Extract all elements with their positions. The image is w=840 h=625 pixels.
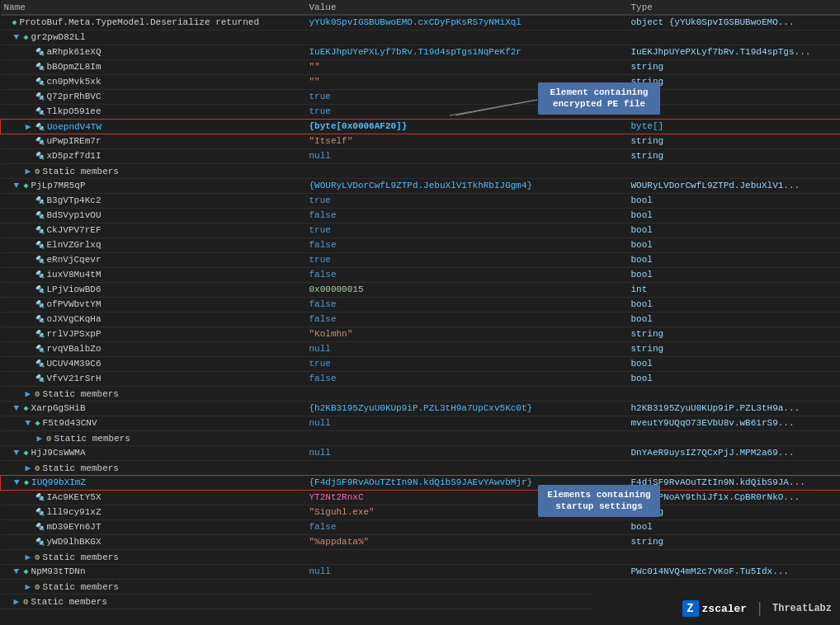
node-name: Q72prRhBVC xyxy=(47,92,101,101)
cell-name: 🔩mD39EYn6JT xyxy=(1,519,306,534)
node-type: bool xyxy=(631,299,653,309)
expand-icon[interactable]: ▶ xyxy=(14,596,24,607)
node-name: F5t9d43CNV xyxy=(43,418,97,428)
table-row[interactable]: 🔩ElnVZGrlxqfalsebool xyxy=(1,237,841,252)
expand-icon[interactable]: ▶ xyxy=(26,121,35,132)
cell-type: h2KB3195ZyuU0KUp9iP.PZL3tH9a... xyxy=(628,401,841,416)
table-row[interactable]: ▶⚙Static members xyxy=(1,430,841,445)
expand-icon[interactable]: ▶ xyxy=(26,581,35,592)
node-type: PWc014NVQ4mM2c7vKoF.Tu5Idx... xyxy=(631,566,789,576)
cell-name: ▶⚙Static members xyxy=(1,430,306,445)
expand-icon[interactable]: ▼ xyxy=(26,418,35,428)
node-icon: ◆ xyxy=(24,449,29,458)
node-value: true xyxy=(309,225,331,235)
node-type: mveutY9UQqO73EVbU8v.wB61rS9... xyxy=(631,418,795,428)
node-name: B3gVTp4Kc2 xyxy=(47,195,101,205)
table-row[interactable]: ▼◆IUQ99bXImZ{F4djSF9RvAOuTZtIn9N.kdQibS9… xyxy=(1,475,841,490)
table-row[interactable]: 🔩LPjViowBD60x00000015int xyxy=(1,282,841,297)
table-row[interactable]: 🔩oJXVgCKqHafalsebool xyxy=(1,312,841,327)
table-row[interactable]: 🔩uPwpIREm7r"Itself"string xyxy=(1,134,841,148)
expand-icon[interactable]: ▶ xyxy=(26,166,35,176)
expand-icon[interactable]: ▶ xyxy=(26,552,35,562)
table-row[interactable]: 🔩BdSVyp1vOUfalsebool xyxy=(1,208,841,223)
expand-icon[interactable]: ▼ xyxy=(14,566,24,576)
cell-name: ▼◆gr2pwD82Ll xyxy=(1,30,306,45)
cell-value: YT2Nt2RnxC xyxy=(306,490,628,505)
table-row[interactable]: 🔩mD39EYn6JTfalsebool xyxy=(1,519,841,534)
table-row[interactable]: 🔩aRhpk61eXQIuEKJhpUYePXLyf7bRv.T19d4spTg… xyxy=(1,45,841,59)
expand-icon[interactable]: ▶ xyxy=(26,388,35,399)
expand-icon[interactable]: ▼ xyxy=(14,448,24,458)
table-row[interactable]: ▼◆PjLp7MR5qP{WOURyLVDorCwfL9ZTPd.JebuXlV… xyxy=(1,178,841,193)
table-row[interactable]: ▶⚙Static members xyxy=(1,549,841,564)
table-row[interactable]: 🔩Q72prRhBVCtruebool xyxy=(1,89,841,104)
table-row[interactable]: ▼◆HjJ9CsWWMAnullDnYAeR9uysIZ7QCxPjJ.MPM2… xyxy=(1,445,841,460)
table-row[interactable]: 🔩TlkpO591eetruebool xyxy=(1,104,841,119)
table-row[interactable]: ▼◆gr2pwD82Ll xyxy=(1,30,841,45)
node-value: true xyxy=(309,255,331,265)
table-row[interactable]: 🔩B3gVTp4Kc2truebool xyxy=(1,193,841,208)
cell-value: true xyxy=(306,89,628,104)
node-icon: ◆ xyxy=(24,181,29,190)
table-row[interactable]: ▼◆F5t9d43CNVnullmveutY9UQqO73EVbU8v.wB61… xyxy=(1,416,841,430)
node-icon: ◆ xyxy=(24,33,29,42)
table-row[interactable]: 🔩cn0pMvk5xk""string xyxy=(1,74,841,89)
cell-type: bool xyxy=(628,237,841,252)
table-row[interactable]: 🔩bBOpmZL8Im""string xyxy=(1,59,841,74)
table-row[interactable]: 🔩yWD9lhBKGX"%appdata%"string xyxy=(1,534,841,549)
table-row[interactable]: 🔩lll9cy91xZ"Siguhl.exe"string xyxy=(1,505,841,519)
expand-icon[interactable]: ▶ xyxy=(37,433,47,444)
table-row[interactable]: ▶⚙Static members xyxy=(1,163,841,178)
node-name: Static members xyxy=(54,434,130,444)
expand-icon[interactable]: ▶ xyxy=(26,463,35,473)
table-row[interactable]: ▶⚙Static members xyxy=(1,460,841,475)
cell-value: "%appdata%" xyxy=(306,534,628,549)
node-name: ProtoBuf.Meta.TypeModel.Deserialize retu… xyxy=(20,17,259,27)
table-row[interactable]: 🔩xD5pzf7d1Inullstring xyxy=(1,148,841,163)
node-icon: 🔩 xyxy=(35,124,45,132)
table-row[interactable]: ▶🔩UoepndV4TW{byte[0x0006AF20]}byte[] xyxy=(1,119,841,134)
cell-value: yYUk0SpvIGSBUBwoEMO.cxCDyFpKsRS7yNMiXql xyxy=(306,15,628,30)
cell-type: string xyxy=(628,134,841,148)
node-icon: 🔩 xyxy=(35,301,45,309)
expand-icon[interactable]: ▼ xyxy=(14,181,24,190)
table-row[interactable]: 🔩rrlVJPSxpP"Kolmhn"string xyxy=(1,327,841,341)
table-row[interactable]: ▶⚙Static members xyxy=(1,386,841,401)
table-row[interactable]: 🔩ofPVWbvtYMfalsebool xyxy=(1,297,841,312)
cell-value xyxy=(306,594,628,609)
node-value: YT2Nt2RnxC xyxy=(309,492,364,502)
threatlabz-text: ThreatLabz xyxy=(772,603,832,614)
node-type: string xyxy=(631,537,664,547)
cell-name: ▼◆NpM93tTDNn xyxy=(1,564,306,579)
expand-icon[interactable]: ▼ xyxy=(14,32,24,42)
node-icon: ◆ xyxy=(24,478,29,487)
node-icon: 🔩 xyxy=(35,108,45,116)
cell-value: false xyxy=(306,312,628,327)
node-value: null xyxy=(309,566,331,576)
table-row[interactable]: 🔩VfvV21rSrHfalsebool xyxy=(1,371,841,386)
table-row[interactable]: 🔩CkJVPV7rEFtruebool xyxy=(1,223,841,237)
node-type: F4djSF9RvAOuTZtIn9N.kdQibS9JA... xyxy=(631,477,805,487)
cell-value: null xyxy=(306,341,628,356)
expand-icon[interactable]: ▼ xyxy=(14,477,24,487)
cell-type xyxy=(628,30,841,45)
table-row[interactable]: 🔩rvqVBalbZonullstring xyxy=(1,341,841,356)
cell-value xyxy=(306,386,628,401)
table-row[interactable]: 🔩UCUV4M39C6truebool xyxy=(1,356,841,371)
table-row[interactable]: ◆ProtoBuf.Meta.TypeModel.Deserialize ret… xyxy=(1,15,841,30)
table-row[interactable]: 🔩eRnVjCqevrtruebool xyxy=(1,252,841,267)
node-name: Static members xyxy=(43,463,119,473)
cell-name: 🔩UCUV4M39C6 xyxy=(1,356,306,371)
cell-type xyxy=(628,386,841,401)
node-value: {WOURyLVDorCwfL9ZTPd.JebuXlV1TkhRbIJGgm4… xyxy=(309,181,533,190)
table-row[interactable]: ▼◆NpM93tTDNnnullPWc014NVQ4mM2c7vKoF.Tu5I… xyxy=(1,564,841,579)
table-row[interactable]: 🔩iuxV8Mu4tMfalsebool xyxy=(1,267,841,282)
node-value: "" xyxy=(309,77,320,87)
debug-tree-table: Name Value Type ◆ProtoBuf.Meta.TypeModel… xyxy=(0,0,840,609)
table-row[interactable]: 🔩IAc9KEtY5XYT2Nt2RnxCalpHCPNoAY9thiJf1x.… xyxy=(1,490,841,505)
expand-icon[interactable]: ▼ xyxy=(14,403,24,413)
node-type: WOURyLVDorCwfL9ZTPd.JebuXlV1... xyxy=(631,181,800,190)
table-row[interactable]: ▼◆XarpGgSHiB{h2KB3195ZyuU0KUp9iP.PZL3tH9… xyxy=(1,401,841,416)
zscaler-text: zscaler xyxy=(702,603,748,615)
node-type: bool xyxy=(631,522,653,532)
